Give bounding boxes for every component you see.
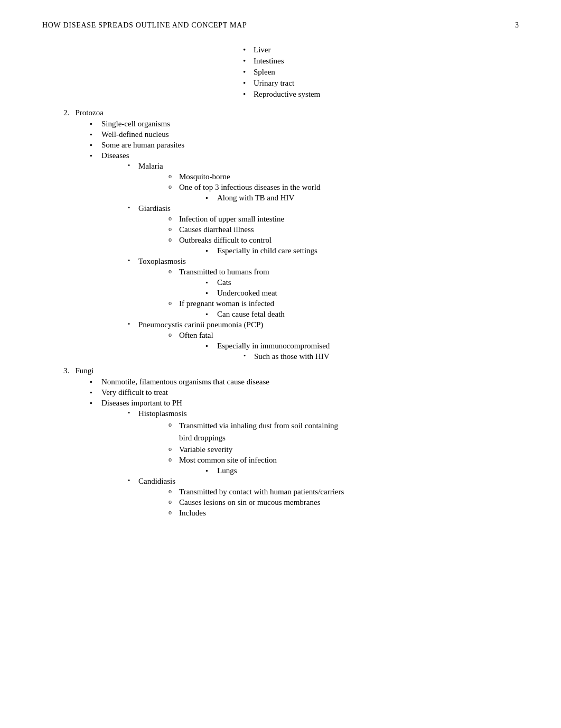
giardiasis-details: Infection of upper small intestine Cause…: [167, 215, 519, 255]
candidiasis-details: Transmitted by contact with human patien…: [167, 487, 519, 518]
histoplasmosis-details: Transmitted via inhaling dust from soil …: [167, 420, 519, 475]
list-item: Mosquito-borne: [167, 172, 519, 181]
fungi-level1-list: Nonmotile, filamentous organisms that ca…: [90, 377, 519, 518]
list-item: Most common site of infection Lungs: [167, 456, 519, 475]
list-item: Nonmotile, filamentous organisms that ca…: [90, 377, 519, 386]
list-item: Causes diarrheal illness: [167, 225, 519, 234]
page-title: HOW DISEASE SPREADS OUTLINE AND CONCEPT …: [42, 21, 247, 30]
section-protozoa-label: 2. Protozoa: [63, 108, 519, 117]
list-item: Variable severity: [167, 445, 519, 454]
list-item: Transmitted by contact with human patien…: [167, 487, 519, 496]
toxoplasmosis-sources: Cats Undercooked meat: [205, 278, 519, 298]
list-item-giardiasis: Giardiasis Infection of upper small inte…: [128, 204, 519, 255]
list-item: Transmitted via inhaling dust from soil …: [167, 420, 519, 444]
list-item: Often fatal Especially in immunocompromi…: [167, 331, 519, 361]
list-item: If pregnant woman is infected Can cause …: [167, 299, 519, 319]
list-item-histoplasmosis: Histoplasmosis Transmitted via inhaling …: [128, 409, 519, 475]
list-item: Along with TB and HIV: [205, 193, 519, 202]
list-item: Very difficult to treat: [90, 388, 519, 397]
list-item: Infection of upper small intestine: [167, 215, 519, 224]
list-item: Liver: [243, 45, 519, 54]
pcp-sub2: Such as those with HIV: [244, 352, 519, 361]
list-item: Causes lesions on sin or mucous membrane…: [167, 498, 519, 507]
toxoplasmosis-pregnant: Can cause fetal death: [205, 310, 519, 319]
continuation-bullet-list: Liver Intestines Spleen Urinary tract Re…: [243, 45, 519, 99]
section-fungi: 3. Fungi Nonmotile, filamentous organism…: [42, 366, 519, 518]
main-outline-list: 2. Protozoa Single-cell organisms Well-d…: [42, 108, 519, 518]
fungi-diseases: Histoplasmosis Transmitted via inhaling …: [128, 409, 519, 518]
list-item-candidiasis: Candidiasis Transmitted by contact with …: [128, 477, 519, 518]
list-item: Diseases important to PH Histoplasmosis …: [90, 399, 519, 518]
main-content: Liver Intestines Spleen Urinary tract Re…: [42, 45, 519, 518]
histoplasmosis-site: Lungs: [205, 466, 519, 475]
list-item: Reproductive system: [243, 90, 519, 99]
giardiasis-sub: Especially in child care settings: [205, 246, 519, 255]
list-item-pcp: Pneumocystis carinii pneumonia (PCP) Oft…: [128, 320, 519, 361]
malaria-sub: Along with TB and HIV: [205, 193, 519, 202]
toxoplasmosis-details: Transmitted to humans from Cats Undercoo…: [167, 268, 519, 319]
list-item-toxoplasmosis: Toxoplasmosis Transmitted to humans from…: [128, 257, 519, 319]
malaria-details: Mosquito-borne One of top 3 infectious d…: [167, 172, 519, 202]
list-item: Especially in immunocompromised Such as …: [205, 342, 519, 361]
protozoa-level1-list: Single-cell organisms Well-defined nucle…: [90, 119, 519, 361]
list-item: Undercooked meat: [205, 289, 519, 298]
list-item: Intestines: [243, 57, 519, 66]
list-item: Especially in child care settings: [205, 246, 519, 255]
list-item: Well-defined nucleus: [90, 130, 519, 139]
list-item: Diseases Malaria Mosquito-borne One of t…: [90, 151, 519, 361]
pcp-details: Often fatal Especially in immunocompromi…: [167, 331, 519, 361]
list-item: Single-cell organisms: [90, 119, 519, 128]
list-item: One of top 3 infectious diseases in the …: [167, 183, 519, 202]
pcp-sub: Especially in immunocompromised Such as …: [205, 342, 519, 361]
list-item: Transmitted to humans from Cats Undercoo…: [167, 268, 519, 298]
list-item: Outbreaks difficult to control Especiall…: [167, 236, 519, 255]
list-item: Such as those with HIV: [244, 352, 519, 361]
list-item: Spleen: [243, 68, 519, 77]
list-item-malaria: Malaria Mosquito-borne One of top 3 infe…: [128, 162, 519, 202]
section-protozoa: 2. Protozoa Single-cell organisms Well-d…: [42, 108, 519, 361]
list-item: Can cause fetal death: [205, 310, 519, 319]
list-item: Some are human parasites: [90, 141, 519, 150]
list-item: Cats: [205, 278, 519, 287]
list-item: Includes: [167, 509, 519, 518]
diseases-list: Malaria Mosquito-borne One of top 3 infe…: [128, 162, 519, 361]
list-item: Lungs: [205, 466, 519, 475]
list-item: Urinary tract: [243, 79, 519, 88]
section-fungi-label: 3. Fungi: [63, 366, 519, 375]
page-number: 3: [515, 21, 519, 30]
